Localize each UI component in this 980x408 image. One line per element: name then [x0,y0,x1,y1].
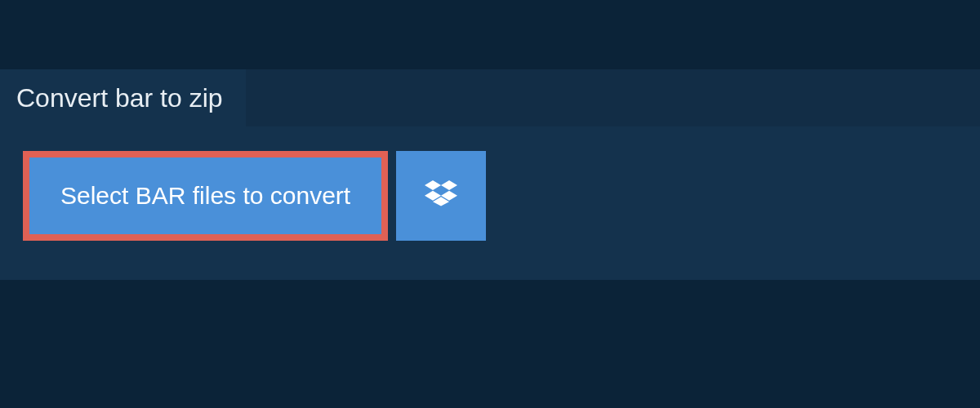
tab-row: Convert bar to zip [0,69,980,126]
tab-convert[interactable]: Convert bar to zip [0,69,246,126]
top-background [0,0,980,69]
bottom-background [0,280,980,408]
content-panel: Select BAR files to convert [0,126,980,280]
button-group: Select BAR files to convert [23,151,957,241]
select-files-label: Select BAR files to convert [60,182,350,210]
select-files-button[interactable]: Select BAR files to convert [23,151,388,241]
tab-label: Convert bar to zip [16,83,223,113]
dropbox-icon [425,178,457,214]
dropbox-button[interactable] [396,151,486,241]
